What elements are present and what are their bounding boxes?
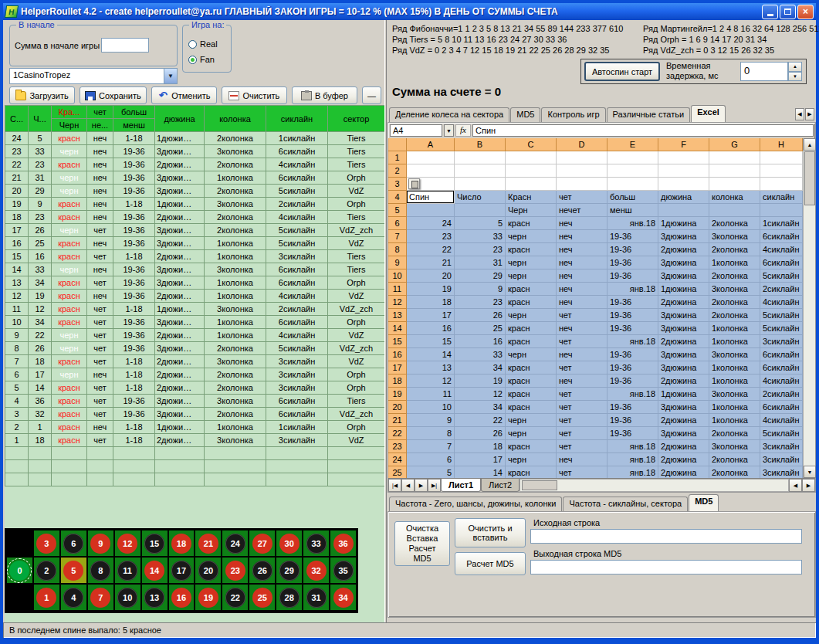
cell-G17[interactable]: 1колонка (709, 361, 760, 375)
cell-color[interactable]: красн (52, 132, 87, 145)
cell-E14[interactable]: 19-36 (607, 322, 658, 335)
cell-number[interactable]: 34 (29, 276, 52, 290)
cell-D2[interactable] (557, 164, 607, 178)
cell-H8[interactable]: 4сиклайн (760, 243, 803, 256)
select-all-corner[interactable] (388, 138, 407, 151)
cell-G9[interactable]: 1колонка (709, 256, 760, 269)
cell-H9[interactable]: 6сиклайн (760, 256, 803, 269)
cell-C11[interactable]: красн (506, 283, 557, 296)
autospin-start-button[interactable]: Автоспин старт (584, 62, 660, 81)
minimize-button[interactable] (762, 5, 778, 19)
cell-range[interactable]: 19-36 (113, 237, 155, 250)
cell-E17[interactable]: 19-36 (607, 361, 658, 375)
cell-parity[interactable]: неч (87, 237, 113, 250)
cell-B22[interactable]: 26 (455, 427, 506, 440)
cell-F25[interactable]: 2дюжина (658, 466, 709, 478)
cell-range[interactable]: 19-36 (113, 316, 155, 329)
spinner-up-icon[interactable]: ▲ (788, 62, 802, 72)
cell-range[interactable]: 19-36 (113, 342, 155, 355)
cell-D23[interactable]: чет (557, 440, 607, 453)
cell-C16[interactable]: черн (506, 348, 557, 361)
cell-range[interactable]: 1-18 (113, 381, 155, 395)
cell-C4[interactable]: Красн (506, 191, 557, 204)
cell-color[interactable]: черн (52, 368, 87, 381)
cell-column[interactable]: 2колонка (205, 132, 266, 145)
cell-dozen[interactable]: 2дюжина (155, 434, 205, 447)
board-cell-29[interactable]: 29 (276, 557, 303, 584)
row-header-5[interactable]: 5 (388, 204, 407, 217)
cell-sector[interactable]: Tiers (328, 211, 385, 224)
cell-E9[interactable]: 19-36 (607, 256, 658, 269)
board-cell-6[interactable]: 6 (60, 530, 87, 557)
row-header-12[interactable]: 12 (388, 296, 407, 309)
delay-input[interactable]: 0 (740, 62, 788, 81)
cell-sixline[interactable]: 5сиклайн (266, 185, 328, 198)
cell-range[interactable]: 1-18 (113, 421, 155, 434)
board-cell-28[interactable]: 28 (276, 584, 303, 611)
cell-number[interactable]: 17 (29, 368, 52, 381)
cell-column[interactable]: 2колонка (205, 408, 266, 421)
cell-A12[interactable]: 18 (407, 296, 455, 309)
cell-range[interactable]: 19-36 (113, 276, 155, 290)
collapse-button[interactable]: — (362, 86, 381, 104)
cell-parity[interactable]: чет (87, 329, 113, 342)
cell-sixline[interactable]: 2сиклайн (266, 303, 328, 316)
cell-dozen[interactable]: 1дюжина (155, 421, 205, 434)
cell-dozen[interactable]: 3дюжина (155, 263, 205, 276)
cell-dozen[interactable]: 3дюжина (155, 342, 205, 355)
cell-A7[interactable]: 23 (407, 230, 455, 243)
cell-column[interactable]: 2колонка (205, 185, 266, 198)
cell-color[interactable]: черн (52, 329, 87, 342)
board-cell-31[interactable]: 31 (303, 584, 330, 611)
cell-sixline[interactable]: 3сиклайн (266, 381, 328, 395)
cell-sixline[interactable]: 3сиклайн (266, 250, 328, 263)
cell-G4[interactable]: колонка (709, 191, 760, 204)
cell-color[interactable]: красн (52, 355, 87, 368)
cell-F23[interactable]: 2дюжина (658, 440, 709, 453)
cell-A15[interactable]: 15 (407, 335, 455, 348)
row-header-23[interactable]: 23 (388, 440, 407, 453)
cell-dozen[interactable]: 1дюжина (155, 132, 205, 145)
cell-range[interactable]: 1-18 (113, 250, 155, 263)
cell-H10[interactable]: 5сиклайн (760, 269, 803, 283)
bottom-tab-1[interactable]: Частота - Zero, шансы, дюжины, колонки (389, 497, 562, 511)
board-cell-4[interactable]: 4 (60, 584, 87, 611)
clear-button[interactable]: Очистить (222, 86, 287, 104)
cell-A23[interactable]: 7 (407, 440, 455, 453)
cell-D11[interactable]: неч (557, 283, 607, 296)
cell-F13[interactable]: 3дюжина (658, 309, 709, 322)
cell-sector[interactable]: VdZ (328, 290, 385, 303)
cell-dozen[interactable]: 3дюжина (155, 408, 205, 421)
scrollbar-thumb[interactable] (804, 151, 815, 205)
cell-H14[interactable]: 5сиклайн (760, 322, 803, 335)
cell-sector[interactable]: VdZ_zch (328, 342, 385, 355)
row-header-13[interactable]: 13 (388, 309, 407, 322)
cell-B7[interactable]: 33 (455, 230, 506, 243)
cell-parity[interactable]: чет (87, 316, 113, 329)
cell-sector[interactable]: Tiers (328, 158, 385, 171)
column-header-H[interactable]: H (760, 138, 803, 151)
cell-spin[interactable]: 17 (5, 224, 29, 237)
cell-B5[interactable] (455, 204, 506, 217)
cell-sector[interactable]: VdZ (328, 329, 385, 342)
cell-range[interactable]: 1-18 (113, 132, 155, 145)
cell-B6[interactable]: 5 (455, 217, 506, 230)
board-cell-24[interactable]: 24 (222, 530, 249, 557)
cell-sixline[interactable]: 2сиклайн (266, 198, 328, 211)
cell-H18[interactable]: 4сиклайн (760, 375, 803, 388)
cell-dozen[interactable]: 3дюжина (155, 145, 205, 158)
cell-spin[interactable]: 18 (5, 211, 29, 224)
scroll-up-icon[interactable]: ▲ (804, 138, 816, 151)
cell-H15[interactable]: 3сиклайн (760, 335, 803, 348)
cell-parity[interactable]: чет (87, 355, 113, 368)
cell-column[interactable]: 2колонка (205, 158, 266, 171)
cell-G8[interactable]: 2колонка (709, 243, 760, 256)
cell-E5[interactable]: менш (607, 204, 658, 217)
cell-sector[interactable]: Tiers (328, 395, 385, 408)
cell-number[interactable]: 22 (29, 329, 52, 342)
cell-C9[interactable]: черн (506, 256, 557, 269)
cell-sector[interactable]: Orph (328, 368, 385, 381)
cell-number[interactable]: 25 (29, 237, 52, 250)
cell-color[interactable]: черн (52, 263, 87, 276)
row-header-19[interactable]: 19 (388, 388, 407, 401)
